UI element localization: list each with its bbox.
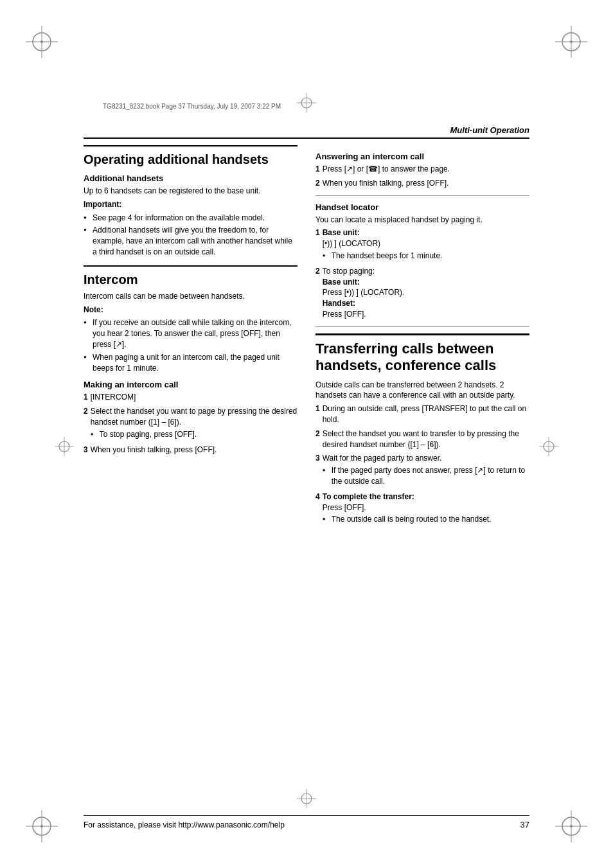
transfer-step-4-bullets: The outside call is being routed to the …: [323, 514, 529, 525]
intercom-body: Intercom calls can be made between hands…: [84, 291, 298, 302]
step-3: 3 When you finish talking, press [OFF].: [84, 445, 298, 456]
transfer-step-3-bullets: If the paged party does not answer, pres…: [323, 465, 529, 487]
page-number: 37: [520, 820, 529, 829]
corner-mark-br: [555, 810, 587, 842]
transferring-body: Outside calls can be transferred between…: [315, 380, 529, 402]
section-header: Multi-unit Operation: [84, 125, 529, 139]
page: TG8231_8232.book Page 37 Thursday, July …: [0, 0, 613, 868]
list-item: Additional handsets will give you the fr…: [84, 225, 298, 257]
answer-step-2: 2 When you finish talking, press [OFF].: [315, 178, 529, 189]
main-title: Operating additional handsets: [84, 145, 298, 167]
intercom-section: Intercom Intercom calls can be made betw…: [84, 265, 298, 374]
corner-mark-bl: [26, 810, 58, 842]
handset-locator-body: You can locate a misplaced handset by pa…: [315, 215, 529, 226]
step-2-bullets: To stop paging, press [OFF].: [91, 429, 298, 440]
svg-point-15: [570, 825, 573, 828]
locator-step-2: 2 To stop paging: Base unit: Press [•)) …: [315, 266, 529, 320]
note-label: Note:: [84, 305, 298, 315]
additional-handsets-section: Additional handsets Up to 6 handsets can…: [84, 173, 298, 258]
transfer-step-2: 2 Select the handset you want to transfe…: [315, 429, 529, 450]
list-item: The outside call is being routed to the …: [323, 514, 529, 525]
handset-locator-section: Handset locator You can locate a misplac…: [315, 202, 529, 320]
transfer-step-3: 3 Wait for the paged party to answer. If…: [315, 453, 529, 488]
svg-point-7: [570, 40, 573, 43]
making-intercom-section: Making an intercom call 1 [INTERCOM] 2 S…: [84, 380, 298, 455]
crosshair-top-center: [297, 93, 316, 114]
step-1: 1 [INTERCOM]: [84, 392, 298, 403]
crosshair-bottom-center: [297, 789, 316, 810]
transferring-title: Transferring calls between handsets, con…: [315, 333, 529, 375]
transfer-step-4: 4 To complete the transfer: Press [OFF].…: [315, 492, 529, 526]
transferring-section: Transferring calls between handsets, con…: [315, 333, 529, 526]
file-info: TG8231_8232.book Page 37 Thursday, July …: [103, 103, 281, 110]
note-bullets: If you receive an outside call while tal…: [84, 317, 298, 373]
crosshair-left-middle: [55, 437, 74, 458]
intercom-title: Intercom: [84, 265, 298, 287]
list-item: If the paged party does not answer, pres…: [323, 465, 529, 487]
left-column: Operating additional handsets Additional…: [84, 145, 298, 529]
content-area: Multi-unit Operation Operating additiona…: [84, 125, 529, 791]
footer: For assistance, please visit http://www.…: [84, 815, 529, 829]
footer-text: For assistance, please visit http://www.…: [84, 820, 285, 829]
additional-handsets-body: Up to 6 handsets can be registered to th…: [84, 186, 298, 197]
divider-2: [315, 326, 529, 327]
answering-intercom-section: Answering an intercom call 1 Press [↗] o…: [315, 152, 529, 189]
svg-point-11: [40, 825, 43, 828]
transfer-step-1: 1 During an outside call, press [TRANSFE…: [315, 403, 529, 425]
locator-step-1-bullets: The handset beeps for 1 minute.: [323, 251, 529, 261]
additional-handsets-title: Additional handsets: [84, 173, 298, 183]
divider-1: [315, 195, 529, 196]
making-intercom-title: Making an intercom call: [84, 380, 298, 389]
important-label: Important:: [84, 199, 298, 210]
two-columns-layout: Operating additional handsets Additional…: [84, 145, 529, 529]
list-item: See page 4 for information on the availa…: [84, 213, 298, 224]
list-item: When paging a unit for an intercom call,…: [84, 352, 298, 374]
answering-intercom-title: Answering an intercom call: [315, 152, 529, 161]
list-item: If you receive an outside call while tal…: [84, 317, 298, 350]
important-bullets: See page 4 for information on the availa…: [84, 213, 298, 258]
svg-point-3: [40, 40, 43, 43]
right-column: Answering an intercom call 1 Press [↗] o…: [315, 145, 529, 529]
list-item: To stop paging, press [OFF].: [91, 429, 298, 440]
locator-step-1: 1 Base unit: [•)) ] (LOCATOR) The handse…: [315, 227, 529, 262]
crosshair-right-middle: [539, 437, 558, 458]
corner-mark-tr: [555, 26, 587, 58]
handset-locator-title: Handset locator: [315, 202, 529, 212]
corner-mark-tl: [26, 26, 58, 58]
answer-step-1: 1 Press [↗] or [☎︎] to answer the page.: [315, 164, 529, 175]
step-2: 2 Select the handset you want to page by…: [84, 406, 298, 441]
list-item: The handset beeps for 1 minute.: [323, 251, 529, 261]
